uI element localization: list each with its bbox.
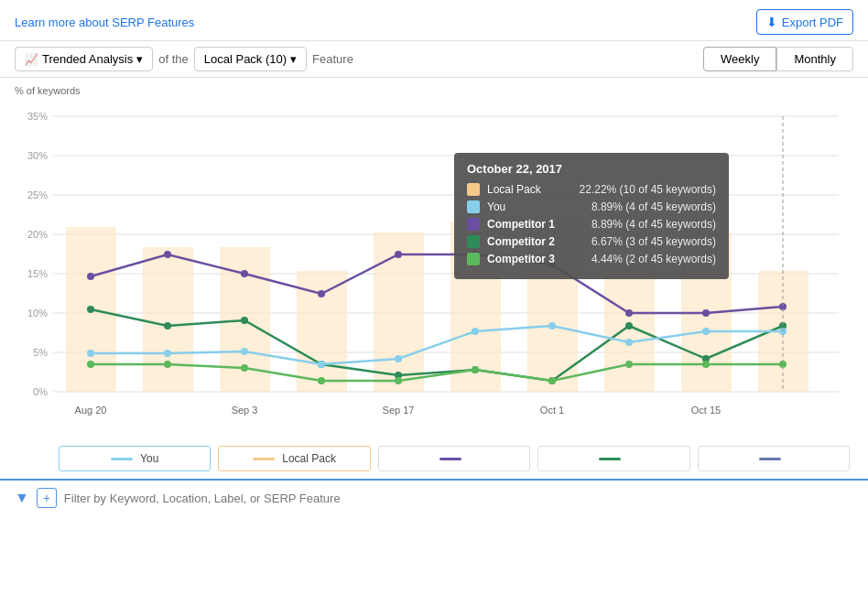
svg-point-46	[87, 361, 94, 368]
svg-text:35%: 35%	[27, 111, 48, 122]
svg-point-30	[395, 251, 402, 258]
filter-input[interactable]	[64, 492, 853, 505]
svg-point-61	[472, 328, 479, 335]
svg-point-57	[164, 350, 171, 357]
chart-tooltip: October 22, 2017 Local Pack 22.22% (10 o…	[454, 153, 729, 279]
svg-point-63	[625, 339, 633, 346]
svg-point-43	[625, 322, 633, 330]
svg-point-26	[87, 273, 94, 280]
tooltip-value-comp1: 8.89% (4 of 45 keywords)	[591, 218, 716, 231]
tooltip-name-local: Local Pack	[487, 183, 572, 196]
svg-text:0%: 0%	[33, 386, 48, 397]
svg-point-38	[241, 317, 248, 324]
svg-point-48	[241, 364, 248, 372]
tooltip-row-you: You 8.89% (4 of 45 keywords)	[467, 200, 716, 213]
svg-point-58	[241, 348, 248, 355]
svg-point-49	[318, 377, 325, 384]
add-filter-button[interactable]: +	[37, 488, 57, 508]
tooltip-value-comp3: 4.44% (2 of 45 keywords)	[591, 253, 716, 265]
tooltip-row-comp3: Competitor 3 4.44% (2 of 45 keywords)	[467, 253, 716, 265]
legend-swatch-you	[111, 458, 133, 460]
tooltip-value-you: 8.89% (4 of 45 keywords)	[591, 200, 716, 213]
filter-bar: ▼ +	[0, 479, 868, 515]
svg-point-59	[318, 361, 325, 368]
svg-text:Sep 3: Sep 3	[232, 405, 258, 416]
svg-rect-17	[143, 247, 193, 392]
svg-point-62	[548, 322, 556, 330]
svg-text:Aug 20: Aug 20	[75, 405, 107, 416]
svg-point-53	[625, 361, 633, 368]
svg-text:25%: 25%	[27, 189, 48, 200]
legend-swatch-comp3	[759, 458, 781, 460]
svg-text:30%: 30%	[27, 150, 48, 161]
svg-point-34	[702, 309, 710, 317]
svg-point-54	[702, 361, 710, 368]
legend-swatch-local	[253, 458, 275, 460]
chart-container: 35% 30% 25% 20% 15% 10% 5% 0%	[15, 98, 853, 437]
svg-point-56	[87, 350, 94, 357]
legend-item-comp3[interactable]	[698, 446, 850, 471]
svg-point-27	[164, 251, 171, 258]
svg-point-50	[395, 377, 402, 384]
download-icon: ⬇	[766, 15, 777, 29]
y-axis-label: % of keywords	[15, 85, 853, 96]
legend-row: You Local Pack	[0, 437, 868, 479]
tooltip-name-you: You	[487, 200, 584, 213]
svg-point-64	[702, 328, 710, 335]
svg-text:20%: 20%	[27, 229, 48, 240]
tooltip-swatch-local	[467, 183, 480, 196]
svg-point-33	[625, 309, 633, 317]
legend-label-you: You	[140, 452, 158, 465]
svg-text:15%: 15%	[27, 268, 48, 279]
tooltip-swatch-comp1	[467, 218, 480, 231]
chevron-down-icon-2: ▾	[290, 52, 297, 66]
svg-point-28	[241, 270, 248, 277]
tooltip-row-comp2: Competitor 2 6.67% (3 of 45 keywords)	[467, 235, 716, 248]
svg-point-29	[318, 290, 325, 297]
tooltip-swatch-comp2	[467, 235, 480, 248]
svg-point-60	[395, 355, 402, 362]
legend-item-comp2[interactable]	[537, 446, 689, 471]
legend-item-comp1[interactable]	[378, 446, 530, 471]
trend-icon: 📈	[25, 53, 38, 66]
legend-swatch-comp2	[599, 458, 621, 460]
svg-point-52	[548, 377, 556, 384]
weekly-button[interactable]: Weekly	[703, 47, 776, 71]
export-pdf-button[interactable]: ⬇ Export PDF	[756, 9, 853, 35]
tooltip-row-comp1: Competitor 1 8.89% (4 of 45 keywords)	[467, 218, 716, 231]
filter-icon: ▼	[15, 490, 29, 506]
svg-text:Oct 1: Oct 1	[540, 405, 564, 416]
learn-more-link[interactable]: Learn more about SERP Features	[15, 16, 194, 29]
svg-text:10%: 10%	[27, 308, 48, 319]
monthly-button[interactable]: Monthly	[776, 47, 853, 71]
legend-label-local: Local Pack	[282, 452, 336, 465]
feature-label: Feature	[312, 52, 353, 66]
svg-point-37	[164, 322, 171, 330]
tooltip-swatch-comp3	[467, 253, 480, 265]
svg-point-36	[87, 306, 94, 313]
feature-select-dropdown[interactable]: Local Pack (10) ▾	[194, 47, 307, 71]
tooltip-name-comp1: Competitor 1	[487, 218, 584, 231]
tooltip-name-comp3: Competitor 3	[487, 253, 584, 265]
tooltip-value-local: 22.22% (10 of 45 keywords)	[580, 183, 716, 196]
svg-text:5%: 5%	[33, 347, 48, 358]
legend-swatch-comp1	[439, 458, 461, 460]
legend-item-you[interactable]: You	[59, 446, 211, 471]
svg-text:Oct 15: Oct 15	[691, 405, 721, 416]
svg-point-51	[472, 366, 479, 373]
tooltip-value-comp2: 6.67% (3 of 45 keywords)	[591, 235, 716, 248]
analysis-dropdown[interactable]: 📈 Trended Analysis ▾	[15, 47, 153, 71]
svg-point-47	[164, 361, 171, 368]
tooltip-name-comp2: Competitor 2	[487, 235, 584, 248]
of-the-label: of the	[158, 52, 189, 66]
tooltip-swatch-you	[467, 200, 480, 213]
chevron-down-icon: ▾	[136, 52, 143, 66]
svg-text:Sep 17: Sep 17	[383, 405, 415, 416]
tooltip-row-local: Local Pack 22.22% (10 of 45 keywords)	[467, 183, 716, 196]
tooltip-date: October 22, 2017	[467, 162, 716, 176]
legend-item-local[interactable]: Local Pack	[218, 446, 370, 471]
